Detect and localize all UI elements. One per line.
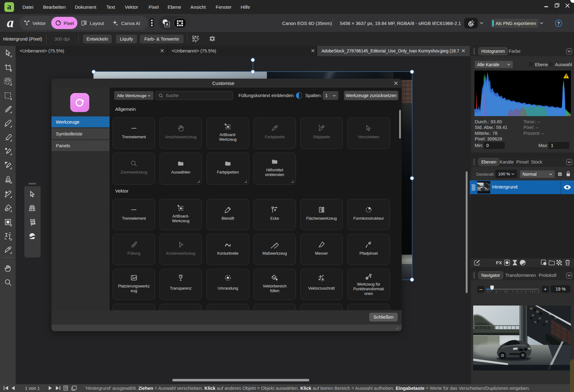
svg-text:FX: FX bbox=[496, 260, 502, 265]
